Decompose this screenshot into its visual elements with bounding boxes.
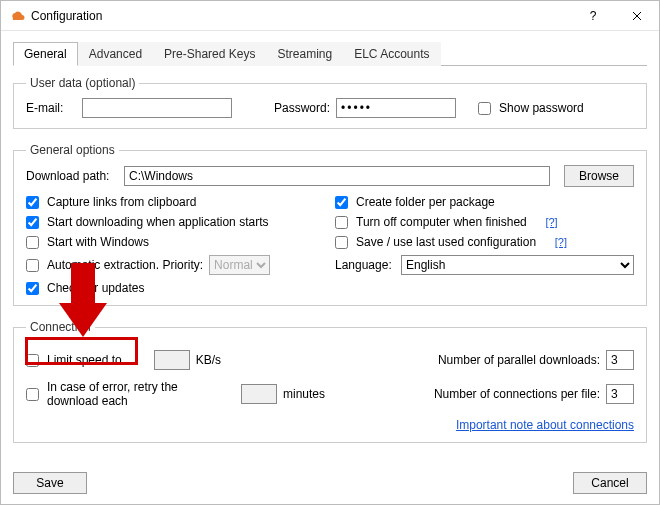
label-password: Password: [274, 101, 330, 115]
cancel-button[interactable]: Cancel [573, 472, 647, 494]
password-field[interactable]: ••••• [336, 98, 456, 118]
legend-connection: Connection [26, 320, 95, 334]
chk-auto-extract[interactable]: Automatic extraction. Priority: [26, 258, 203, 272]
chk-start-downloading[interactable]: Start downloading when application start… [26, 215, 268, 229]
group-userdata: User data (optional) E-mail: Password: •… [13, 76, 647, 129]
label-minutes: minutes [283, 387, 325, 401]
save-button[interactable]: Save [13, 472, 87, 494]
conn-per-file-field[interactable] [606, 384, 634, 404]
titlebar: Configuration ? [1, 1, 659, 31]
link-connection-note[interactable]: Important note about connections [456, 418, 634, 432]
legend-userdata: User data (optional) [26, 76, 139, 90]
group-connection: Connection Limit speed to KB/s Number of… [13, 320, 647, 443]
retry-field [241, 384, 277, 404]
dialog-body: General Advanced Pre-Shared Keys Streami… [1, 31, 659, 466]
tab-strip: General Advanced Pre-Shared Keys Streami… [13, 41, 647, 66]
close-button[interactable] [615, 1, 659, 31]
label-download-path: Download path: [26, 169, 118, 183]
app-icon [9, 8, 25, 24]
window-title: Configuration [31, 9, 571, 23]
chk-limit-speed[interactable]: Limit speed to [26, 353, 122, 367]
email-field[interactable] [82, 98, 232, 118]
help-turnoff[interactable]: [?] [545, 216, 557, 228]
chk-turnoff[interactable]: Turn off computer when finished [335, 215, 527, 229]
label-language: Language: [335, 258, 395, 272]
chk-create-folder[interactable]: Create folder per package [335, 195, 495, 209]
tab-streaming[interactable]: Streaming [266, 42, 343, 66]
legend-general: General options [26, 143, 119, 157]
help-button[interactable]: ? [571, 1, 615, 31]
parallel-field[interactable] [606, 350, 634, 370]
help-savelast[interactable]: [?] [555, 236, 567, 248]
label-parallel: Number of parallel downloads: [438, 353, 600, 367]
tab-elc[interactable]: ELC Accounts [343, 42, 440, 66]
config-dialog: Configuration ? General Advanced Pre-Sha… [0, 0, 660, 505]
chk-start-windows[interactable]: Start with Windows [26, 235, 149, 249]
chk-retry[interactable]: In case of error, retry the download eac… [26, 380, 222, 408]
chk-capture-links[interactable]: Capture links from clipboard [26, 195, 196, 209]
group-general-options: General options Download path: Browse Ca… [13, 143, 647, 306]
chk-save-last[interactable]: Save / use last used configuration [335, 235, 536, 249]
tab-advanced[interactable]: Advanced [78, 42, 153, 66]
label-email: E-mail: [26, 101, 76, 115]
label-conn-per-file: Number of connections per file: [434, 387, 600, 401]
label-kbps: KB/s [196, 353, 221, 367]
tab-general[interactable]: General [13, 42, 78, 66]
download-path-field[interactable] [124, 166, 550, 186]
priority-select: Normal [209, 255, 270, 275]
show-password-checkbox[interactable]: Show password [478, 101, 584, 115]
chk-check-updates[interactable]: Check for updates [26, 281, 144, 295]
footer: Save Cancel [1, 466, 659, 504]
language-select[interactable]: English [401, 255, 634, 275]
tab-preshared[interactable]: Pre-Shared Keys [153, 42, 266, 66]
limit-speed-field [154, 350, 190, 370]
browse-button[interactable]: Browse [564, 165, 634, 187]
